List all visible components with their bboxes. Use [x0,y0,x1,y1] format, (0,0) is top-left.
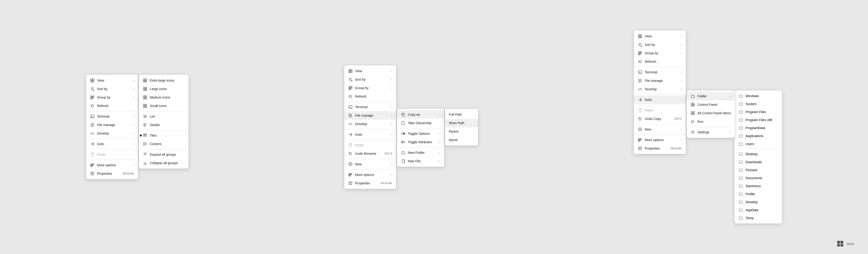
menu2-refresh[interactable]: Refresh [344,92,396,101]
menu1-goto[interactable]: Goto › [86,140,138,148]
sub1-content[interactable]: Content [139,140,188,148]
dest-pf-icon [739,110,743,114]
copy-short-path[interactable]: Short Path [445,119,478,127]
menu3-sort-by[interactable]: Sort by › [634,40,686,49]
menu3-view[interactable]: View › [634,32,686,40]
dest-documents[interactable]: Documents [735,174,782,182]
m3sub-folder[interactable]: Folder › [687,92,735,101]
menu2-undo-shortcut: Ctrl+Z [384,152,392,155]
menu3-develop[interactable]: Develop › [634,85,686,94]
copy-full-path[interactable]: Full Path [445,110,478,119]
copy-parent-label: Parent [449,130,474,133]
menu3-group-by[interactable]: Group by › [634,49,686,58]
menu1-more-options[interactable]: More options › [86,161,138,169]
menu2-group-by[interactable]: Group by › [344,84,396,92]
dest-pictures[interactable]: Pictures [735,166,782,174]
dest-appdata[interactable]: AppData [735,206,782,214]
sub1-large-icons[interactable]: Large icons [139,85,188,93]
sub1-list[interactable]: List [139,112,188,121]
grid-xl-icon [143,78,147,83]
menu1-develop[interactable]: Develop › [86,129,138,138]
m2sub-toggle-options[interactable]: Toggle Options › [397,129,444,138]
menu2-new[interactable]: New › [344,160,396,169]
menu3-more-options[interactable]: More options › [634,136,686,144]
m3-terminal-arrow: › [681,71,682,74]
m2-goto-arrow: › [392,133,392,136]
dest-programdata[interactable]: ProgramData [735,124,782,132]
menu2-develop[interactable]: Develop › [344,120,396,128]
menu3-goto[interactable]: Goto › [634,96,686,104]
sub1-collapse-label: Collapse all groups [150,161,185,165]
menu1-view[interactable]: View › [86,76,138,85]
menu1-properties[interactable]: Properties Alt+Enter [86,169,138,178]
sub1-extra-large[interactable]: Extra large icons [139,76,188,85]
sub1-details[interactable]: Details [139,121,188,129]
dest-startmenu[interactable]: Startmenu [735,182,782,190]
menu3-terminal[interactable]: Terminal › [634,68,686,76]
menu2-undo-rename[interactable]: Undo Rename Ctrl+Z [344,149,396,158]
copy-parent[interactable]: Parent [445,127,478,136]
dest-temp[interactable]: Temp [735,214,782,222]
menu2-file-manage[interactable]: File manage › [344,111,396,120]
sub1-tiles[interactable]: Tiles [139,131,188,140]
menu2-properties[interactable]: Properties Alt+Enter [344,179,396,187]
m3sub-settings[interactable]: Settings › [687,128,735,136]
menu3-file-manage[interactable]: File manage › [634,76,686,85]
m3sub-run[interactable]: Run [687,117,735,126]
menu2-new-label: New [355,162,387,166]
menu3-refresh[interactable]: Refresh [634,58,686,66]
menu1-terminal[interactable]: Terminal › [86,112,138,121]
m2sub-take-ownership[interactable]: Take Ownership [397,119,444,127]
dest-develop[interactable]: Develop [735,198,782,206]
menu1-refresh[interactable]: Refresh [86,102,138,110]
dest-docs-icon [739,176,743,180]
menu2-properties-label: Properties [355,181,373,185]
m2-group-arrow: › [392,86,392,89]
svg-rect-76 [691,113,692,115]
m2sub-toggle-attributes[interactable]: Toggle Attributes › [397,138,444,146]
menu1-group-by[interactable]: Group by › [86,93,138,102]
m3-properties-icon [638,146,642,151]
svg-rect-35 [349,69,350,71]
sub1-small-icons[interactable]: Small icons [139,102,188,110]
dest-users[interactable]: Users [735,140,782,148]
menu2-view[interactable]: View › [344,67,396,75]
dest-profile[interactable]: Profile [735,190,782,198]
dest-downloads[interactable]: Downloads [735,158,782,166]
shield-icon [401,121,405,125]
dest-program-files-x86[interactable]: Program Files x86 [735,116,782,124]
dest-applications[interactable]: Applications [735,132,782,140]
dest-system[interactable]: System [735,100,782,108]
m2sub-new-file[interactable]: New File › [397,157,444,165]
m3sub-control-panel[interactable]: Control Panel [687,101,735,109]
svg-rect-27 [145,104,147,106]
copy-name[interactable]: Name [445,136,478,144]
dest-windows[interactable]: Windows [735,92,782,100]
menu2-more-options[interactable]: More options › [344,171,396,179]
svg-rect-40 [349,88,352,88]
sub1-extra-large-label: Extra large icons [150,78,185,82]
svg-rect-29 [145,106,147,107]
tiles-icon [138,133,143,138]
dest-windows-icon [739,94,743,98]
m3sub-all-control-panel[interactable]: All Control Panel Items [687,109,735,117]
m2sub-copy-as[interactable]: Copy as › [397,110,444,119]
dest-program-files[interactable]: Program Files [735,108,782,116]
m3-div2 [636,94,684,95]
menu3-undo-copy[interactable]: Undo Copy Ctrl+Z [634,114,686,123]
menu1-file-manage[interactable]: File manage › [86,121,138,129]
menu3-new[interactable]: New › [634,125,686,134]
menu3-properties-shortcut: Alt+Enter [670,147,682,150]
menu3-refresh-label: Refresh [645,60,682,64]
menu2-sort-by[interactable]: Sort by › [344,75,396,84]
sub1-expand-groups[interactable]: Expand all groups [139,150,188,159]
dest-desktop[interactable]: Desktop [735,150,782,158]
m2sub-new-folder[interactable]: New Folder › [397,148,444,157]
menu3-properties[interactable]: Properties Alt+Enter [634,144,686,153]
menu2-goto[interactable]: Goto › [344,130,396,139]
sub1-collapse-groups[interactable]: Collapse all groups [139,159,188,167]
develop-icon [90,131,95,136]
menu2-terminal[interactable]: Terminal › [344,103,396,111]
menu1-sort-by[interactable]: Sort by › [86,85,138,93]
sub1-medium-icons[interactable]: Medium icons [139,93,188,102]
